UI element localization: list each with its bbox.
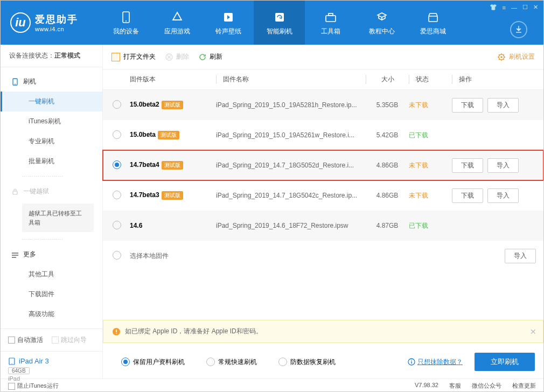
flash-settings-button[interactable]: 刷机设置: [497, 52, 535, 61]
nav-flash[interactable]: 智能刷机: [254, 1, 305, 45]
svg-rect-23: [411, 361, 412, 364]
sidebar-item-2[interactable]: 专业刷机: [1, 131, 102, 151]
col-name: 固件名称: [216, 75, 366, 84]
toolbox-icon: [324, 10, 337, 25]
divider: ⋯⋯⋯⋯⋯⋯⋯: [1, 171, 102, 181]
firmware-row[interactable]: 14.6iPad_Spring_2019_14.6_18F72_Restore.…: [103, 211, 543, 241]
option-keep-data[interactable]: 保留用户资料刷机: [111, 358, 185, 367]
nav-device[interactable]: 我的设备: [100, 1, 151, 45]
sidebar-item-1[interactable]: iTunes刷机: [1, 111, 102, 131]
skip-guide-checkbox[interactable]: 跳过向导: [52, 335, 87, 345]
download-manager-button[interactable]: [510, 21, 527, 38]
app-version: V7.98.32: [415, 382, 438, 390]
svg-point-8: [15, 83, 16, 85]
sidebar-group-flash[interactable]: 刷机: [1, 72, 102, 92]
svg-rect-4: [326, 16, 336, 22]
flash-icon: [273, 10, 286, 25]
nav-ringtone[interactable]: 铃声壁纸: [203, 1, 254, 45]
svg-rect-20: [116, 333, 117, 334]
svg-point-14: [11, 363, 12, 363]
sidebar-group-jailbreak: 一键越狱: [1, 181, 102, 201]
sidebar-item-0[interactable]: 一键刷机: [1, 92, 102, 111]
nav-shop[interactable]: 爱思商城: [407, 1, 458, 45]
open-folder-button[interactable]: 打开文件夹: [111, 52, 156, 61]
svg-rect-3: [275, 13, 284, 22]
refresh-button[interactable]: 刷新: [199, 52, 222, 61]
device-icon: [120, 10, 132, 25]
win-menu-icon[interactable]: ≡: [503, 4, 506, 11]
close-warning-button[interactable]: ✕: [530, 327, 536, 336]
device-name[interactable]: iPad Air 3: [8, 357, 95, 365]
svg-rect-5: [329, 13, 333, 16]
wechat-link[interactable]: 微信公众号: [472, 382, 501, 390]
nav-apps[interactable]: 应用游戏: [151, 1, 203, 45]
firmware-row[interactable]: 15.0beta测试版iPad_Spring_2019_15.0_19A5261…: [103, 120, 543, 150]
option-fast-flash[interactable]: 常规快速刷机: [197, 358, 257, 367]
firmware-row[interactable]: 15.0beta2测试版iPad_Spring_2019_15.0_19A528…: [103, 90, 543, 120]
sidebar-more-0[interactable]: 其他工具: [1, 264, 102, 284]
brand-url: www.i4.cn: [35, 26, 78, 32]
brand-logo: iu 爱思助手 www.i4.cn: [1, 1, 100, 45]
import-button[interactable]: 导入: [487, 158, 519, 173]
erase-data-link[interactable]: 只想抹除数据？: [408, 358, 463, 367]
import-button[interactable]: 导入: [505, 249, 536, 263]
sidebar-group-more[interactable]: 更多: [1, 244, 102, 264]
block-itunes-checkbox[interactable]: 阻止iTunes运行: [8, 382, 59, 390]
svg-rect-10: [12, 253, 18, 254]
shop-icon: [427, 10, 440, 25]
apple-id-warning: 如已绑定 Apple ID，请准备好 Apple ID和密码。 ✕: [103, 320, 543, 343]
svg-rect-22: [411, 360, 412, 361]
svg-point-17: [500, 56, 503, 58]
row-radio[interactable]: [113, 130, 121, 139]
auto-activate-checkbox[interactable]: 自动激活: [8, 335, 43, 345]
firmware-row[interactable]: 14.7beta3测试版iPad_Spring_2019_14.7_18G504…: [103, 180, 543, 211]
divider: ⋯⋯⋯⋯⋯⋯⋯: [1, 234, 102, 244]
col-action: 操作: [452, 75, 543, 84]
import-button[interactable]: 导入: [487, 188, 519, 203]
sidebar-item-3[interactable]: 批量刷机: [1, 151, 102, 171]
svg-rect-19: [116, 330, 117, 332]
win-tshirt-icon[interactable]: 👕: [490, 4, 497, 11]
flash-now-button[interactable]: 立即刷机: [475, 353, 535, 371]
option-anti-recover[interactable]: 防数据恢复刷机: [269, 358, 336, 367]
apps-icon: [171, 10, 184, 25]
device-type: iPad: [8, 375, 95, 382]
svg-rect-6: [429, 16, 437, 22]
svg-point-1: [125, 20, 127, 22]
nav-tutorial[interactable]: 教程中心: [356, 1, 407, 45]
nav-toolbox[interactable]: 工具箱: [305, 1, 356, 45]
col-status: 状态: [409, 75, 452, 84]
download-button[interactable]: 下载: [452, 158, 483, 173]
download-button[interactable]: 下载: [452, 98, 483, 113]
device-storage: 64GB: [8, 367, 30, 374]
row-radio[interactable]: [113, 251, 121, 260]
firmware-row[interactable]: 14.7beta4测试版iPad_Spring_2019_14.7_18G505…: [103, 150, 543, 180]
import-button[interactable]: 导入: [487, 98, 519, 113]
device-status: 设备连接状态：正常模式: [1, 45, 102, 67]
tutorial-icon: [375, 10, 388, 25]
svg-rect-11: [12, 255, 18, 256]
svg-rect-12: [12, 257, 16, 258]
check-update-link[interactable]: 检查更新: [512, 382, 536, 390]
col-size: 大小: [366, 75, 409, 84]
download-button[interactable]: 下载: [452, 188, 483, 203]
row-radio[interactable]: [113, 100, 121, 109]
logo-icon: iu: [10, 12, 31, 33]
jailbreak-note: 越狱工具已转移至工具箱: [22, 204, 94, 232]
win-close-icon[interactable]: ✕: [533, 4, 538, 11]
svg-rect-9: [13, 191, 17, 194]
delete-button[interactable]: 删除: [165, 52, 189, 61]
win-maximize-icon[interactable]: ☐: [522, 4, 528, 11]
row-radio[interactable]: [113, 191, 121, 199]
sidebar-more-1[interactable]: 下载固件: [1, 284, 102, 304]
window-controls: 👕 ≡ — ☐ ✕: [490, 4, 538, 11]
ringtone-icon: [222, 10, 235, 25]
brand-name: 爱思助手: [35, 13, 78, 26]
win-minimize-icon[interactable]: —: [511, 4, 517, 11]
local-firmware-row[interactable]: 选择本地固件导入: [103, 241, 543, 271]
col-version: 固件版本: [130, 75, 216, 84]
sidebar-more-2[interactable]: 高级功能: [1, 304, 102, 324]
row-radio[interactable]: [113, 160, 121, 169]
customer-service-link[interactable]: 客服: [449, 382, 461, 390]
row-radio[interactable]: [113, 221, 121, 229]
